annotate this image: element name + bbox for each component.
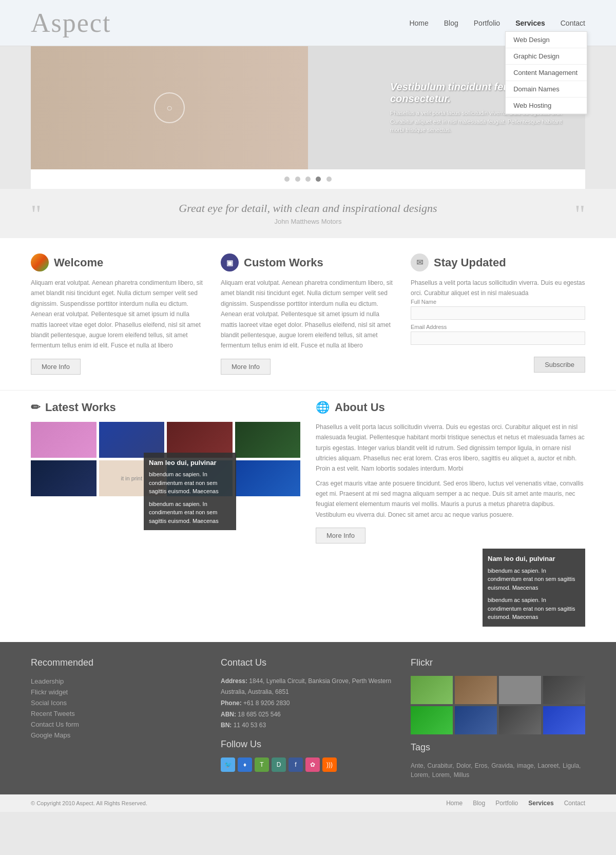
- contact-address: Address: 1844, Lynella Circuit, Banksia …: [221, 676, 395, 698]
- rss-icon[interactable]: ))): [322, 757, 337, 772]
- tag-0[interactable]: Ante,: [411, 762, 425, 769]
- flickr-item-4[interactable]: [543, 676, 585, 704]
- copyright-text: © Copyright 2010 Aspect. All Rights Rese…: [31, 800, 147, 806]
- tag-3[interactable]: Eros,: [475, 762, 489, 769]
- flickr-icon[interactable]: ✿: [305, 757, 320, 772]
- rec-link-5[interactable]: Google Maps: [31, 730, 205, 741]
- technorati-icon[interactable]: T: [255, 757, 269, 772]
- tag-2[interactable]: Dolor,: [456, 762, 472, 769]
- hero-image: ○: [31, 46, 308, 169]
- tag-5[interactable]: image,: [517, 762, 535, 769]
- footer: Recommended Leadership Flickr widget Soc…: [0, 642, 616, 794]
- full-name-field: Full Name: [411, 299, 585, 320]
- flickr-item-7[interactable]: [499, 706, 541, 734]
- tag-6[interactable]: Laoreet,: [538, 762, 561, 769]
- phone-value: +61 8 9206 2830: [243, 699, 290, 707]
- delicious-icon[interactable]: ♦: [238, 757, 252, 772]
- custom-works-body: Aliquam erat volutpat. Aenean pharetra c…: [221, 278, 395, 351]
- follow-icons: 🐦 ♦ T D f ✿ ))): [221, 757, 395, 772]
- gallery-item-5[interactable]: [31, 460, 97, 496]
- dropdown-domain-names[interactable]: Domain Names: [506, 81, 587, 98]
- nav-home[interactable]: Home: [409, 19, 428, 27]
- tag-7[interactable]: Ligula,: [563, 762, 581, 769]
- main-content: Welcome Aliquam erat volutpat. Aenean ph…: [0, 238, 616, 390]
- tag-10[interactable]: Millus: [454, 771, 470, 779]
- custom-works-more-info-button[interactable]: More Info: [221, 359, 271, 375]
- recommended-heading: Recommended: [31, 657, 205, 668]
- tags-list: Ante, Curabitur, Dolor, Eros, Gravida, i…: [411, 761, 585, 779]
- gallery-tooltip-body2: bibendum ac sapien. In condimentum erat …: [149, 500, 231, 526]
- dot-3[interactable]: [305, 177, 311, 182]
- dropdown-content-management[interactable]: Content Management: [506, 65, 587, 81]
- digg-icon[interactable]: D: [272, 757, 286, 772]
- flickr-item-6[interactable]: [455, 706, 497, 734]
- contact-bn: BN: 11 40 53 63: [221, 720, 395, 731]
- dot-5[interactable]: [326, 177, 332, 182]
- flickr-item-1[interactable]: [411, 676, 453, 704]
- nav-contact[interactable]: Contact: [561, 19, 585, 27]
- dropdown-web-hosting[interactable]: Web Hosting: [506, 98, 587, 114]
- rec-link-3[interactable]: Recent Tweets: [31, 708, 205, 719]
- nav-services[interactable]: Services: [515, 19, 545, 27]
- rec-link-1[interactable]: Flickr widget: [31, 687, 205, 697]
- dot-1[interactable]: [284, 177, 290, 182]
- phone-label: Phone:: [221, 699, 242, 707]
- full-name-input[interactable]: [411, 306, 585, 320]
- dot-4[interactable]: [316, 177, 321, 182]
- flickr-item-8[interactable]: [543, 706, 585, 734]
- bottom-nav-services[interactable]: Services: [528, 800, 553, 807]
- dropdown-graphic-design[interactable]: Graphic Design: [506, 48, 587, 65]
- about-us-body2: Cras eget mauris vitae ante posuere tinc…: [316, 478, 585, 520]
- rec-link-2[interactable]: Social Icons: [31, 697, 205, 708]
- gallery-item-1[interactable]: [31, 422, 97, 458]
- tag-4[interactable]: Gravida,: [491, 762, 514, 769]
- flickr-tags-col: Flickr Tags Ante, Curabitur, Dolor, Eros…: [411, 657, 585, 779]
- tag-1[interactable]: Curabitur,: [427, 762, 454, 769]
- tag-9[interactable]: Lorem,: [432, 771, 451, 779]
- facebook-icon[interactable]: f: [288, 757, 303, 772]
- bottom-nav-portfolio[interactable]: Portfolio: [495, 800, 518, 807]
- nav-portfolio[interactable]: Portfolio: [474, 19, 500, 27]
- address-label: Address:: [221, 677, 247, 685]
- welcome-body: Aliquam erat volutpat. Aenean pharetra c…: [31, 278, 205, 351]
- email-label: Email Address: [411, 324, 585, 330]
- email-field: Email Address: [411, 324, 585, 345]
- flickr-item-5[interactable]: [411, 706, 453, 734]
- services-dropdown: Web Design Graphic Design Content Manage…: [505, 31, 587, 114]
- flickr-item-2[interactable]: [455, 676, 497, 704]
- rec-link-0[interactable]: Leadership: [31, 676, 205, 687]
- bottom-nav-home[interactable]: Home: [446, 800, 463, 807]
- slider-dots: [31, 169, 585, 189]
- bn-value: 11 40 53 63: [234, 722, 266, 729]
- custom-works-section: ▣ Custom Works Aliquam erat volutpat. Ae…: [221, 254, 395, 375]
- quote-section: " Great eye for detail, with clean and i…: [0, 189, 616, 238]
- about-us-more-info-button[interactable]: More Info: [316, 528, 365, 543]
- dropdown-web-design[interactable]: Web Design: [506, 32, 587, 48]
- quote-mark-left: ": [31, 199, 41, 229]
- stay-updated-section: ✉ Stay Updated Phasellus a velit porta l…: [411, 254, 585, 375]
- latest-works-icon: ✏: [31, 401, 40, 414]
- bottom-nav-blog[interactable]: Blog: [473, 800, 485, 807]
- tag-8[interactable]: Lorem,: [411, 771, 430, 779]
- flickr-grid: [411, 676, 585, 734]
- main-nav: Home Blog Portfolio Services Web Design …: [409, 18, 585, 28]
- gallery-item-8[interactable]: [235, 460, 301, 496]
- twitter-icon[interactable]: 🐦: [221, 757, 235, 772]
- about-tooltip-title: Nam leo dui, pulvinar: [488, 554, 580, 564]
- email-input[interactable]: [411, 332, 585, 345]
- dot-2[interactable]: [295, 177, 300, 182]
- quote-text: Great eye for detail, with clean and ins…: [41, 202, 575, 215]
- abn-value: 18 685 025 546: [238, 711, 280, 718]
- flickr-item-3[interactable]: [499, 676, 541, 704]
- recommended-col: Recommended Leadership Flickr widget Soc…: [31, 657, 205, 779]
- subscribe-button[interactable]: Subscribe: [534, 357, 585, 373]
- about-us-body1: Phasellus a velit porta lacus sollicitud…: [316, 422, 585, 474]
- nav-blog[interactable]: Blog: [444, 19, 458, 27]
- gallery-item-4[interactable]: [235, 422, 301, 458]
- bottom-nav-contact[interactable]: Contact: [564, 800, 585, 807]
- about-tooltip: Nam leo dui, pulvinar bibendum ac sapien…: [483, 549, 585, 627]
- rec-link-4[interactable]: Contact Us form: [31, 719, 205, 730]
- contact-col: Contact Us Address: 1844, Lynella Circui…: [221, 657, 395, 779]
- hero-circle-icon: ○: [154, 92, 185, 123]
- welcome-more-info-button[interactable]: More Info: [31, 359, 81, 375]
